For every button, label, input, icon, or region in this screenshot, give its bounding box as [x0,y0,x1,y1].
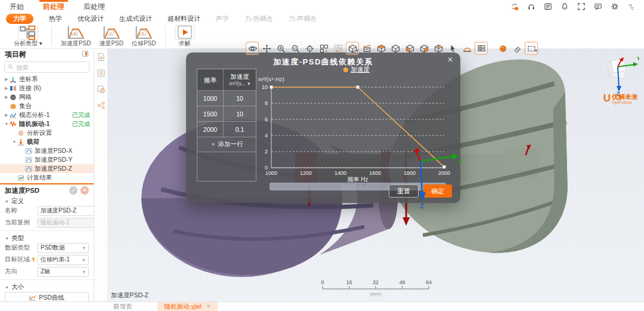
viewports-alt-icon[interactable] [332,42,345,55]
discard-button[interactable]: ✕ [80,186,89,195]
tree-item-加速度PSD-Y[interactable]: 加速度PSD-Y [0,155,94,164]
expand-arrow-icon[interactable]: ▶ [4,113,10,118]
tree-item-加速度PSD-Z[interactable]: 加速度PSD-Z [0,164,94,173]
target-region-select[interactable]: 位移约束-1▼ [38,255,89,265]
datatype-select[interactable]: PSD数据▼ [38,243,89,253]
app-logo: U 优解未来 OptFuture [603,93,638,105]
rect-select-icon[interactable]: ▼ [525,42,538,55]
tree-item-加速度PSD-X[interactable]: 加速度PSD-X [0,146,94,155]
tree-item-随机振动-1[interactable]: ▼随机振动-1已完成 [0,119,94,128]
category-3[interactable]: 生成式设计 [119,14,152,23]
acceleration-psd-icon: a [66,26,86,40]
server-list-icon[interactable] [543,2,552,11]
close-tab-icon[interactable]: ✕ [206,302,211,311]
direction-select[interactable]: Z轴▼ [38,267,89,277]
category-6[interactable]: 力-热耦合 [244,14,273,23]
dialog-close-icon[interactable]: ✕ [447,56,453,64]
zoom-out-icon[interactable] [289,42,302,55]
tab-welcome-page[interactable]: 前导页 [106,302,140,311]
feedback-icon[interactable] [593,2,602,11]
data-table-icon[interactable] [97,69,106,78]
search-icon [8,63,14,72]
collapse-panel-icon[interactable] [82,50,89,59]
pan-icon[interactable] [260,42,273,55]
section-plane-icon[interactable] [360,42,373,55]
column-header-acceleration[interactable]: 加速度 m²/(s... ▾ [224,69,256,91]
layers-icon[interactable] [475,42,488,55]
eraser-icon[interactable] [510,42,524,55]
tab-current-document[interactable]: 随机振动.yjwl ✕ [157,302,218,311]
category-4[interactable]: 超材料设计 [168,14,200,23]
table-row[interactable]: 150010 [197,106,256,122]
view-cube-icon[interactable]: ▼ [346,42,359,55]
name-field[interactable] [38,206,94,216]
cube-view-1-icon[interactable] [374,42,388,55]
cube-view-2-icon[interactable] [389,42,402,55]
table-row[interactable]: 20000.1 [197,122,256,137]
status-badge: 已完成 [72,120,90,128]
cube-view-3-icon[interactable] [403,42,416,55]
section-type[interactable]: ▼类型 [5,233,89,242]
cursor-icon[interactable] [446,42,459,55]
add-row-button[interactable]: ＋ 添加一行 [197,137,256,152]
navigation-cube[interactable]: Y Z [600,54,639,121]
velocity-psd-button[interactable]: v 速度PSD [95,25,128,47]
psd-curve-button[interactable]: PSD曲线 [5,292,89,301]
expand-arrow-icon[interactable]: ▼ [11,140,17,144]
orbit-icon[interactable] [246,42,259,55]
sphere-render-icon[interactable] [496,42,509,55]
expand-arrow-icon[interactable]: ▼ [4,122,10,126]
tree-item-载荷[interactable]: ▼载荷 [0,137,94,146]
tree-item-坐标系[interactable]: ▶坐标系 [0,75,94,84]
tree-item-分析设置[interactable]: 分析设置 [0,128,94,137]
chart-legend[interactable]: 加速度 [343,66,370,74]
case-label: 当前算例 [5,218,38,227]
dome-icon[interactable] [460,42,473,55]
expand-arrow-icon[interactable]: ▶ [4,86,10,91]
cube-view-5-icon[interactable] [432,42,445,55]
tree-item-计算结果[interactable]: 计算结果 [0,173,94,182]
category-7[interactable]: 力-声耦合 [289,14,317,23]
tab-preprocess[interactable]: 前处理 [33,0,74,13]
sync-icon[interactable] [510,2,519,11]
solve-button[interactable]: 求解 [171,25,199,47]
bell-icon[interactable] [560,2,569,11]
expand-arrow-icon[interactable]: ▶ [4,95,10,100]
fullscreen-icon[interactable] [577,2,586,11]
logo-subname: OptFuture [612,100,638,105]
units-icon[interactable]: °A°C [627,2,636,11]
report-doc-icon[interactable] [97,53,106,61]
section-size[interactable]: ▼大小 [5,282,89,291]
tree-item-集合[interactable]: 集合 [0,101,94,110]
section-definition[interactable]: ▼定义 [5,196,89,205]
acceleration-psd-button[interactable]: a 加速度PSD [57,25,95,47]
confirm-button[interactable]: 确定 [423,184,452,198]
category-mechanics[interactable]: 力学 [6,14,33,24]
tab-start[interactable]: 开始 [0,0,33,13]
table-row[interactable]: 100010 [197,91,256,106]
reset-button[interactable]: 重置 [389,184,419,198]
share-nodes-icon[interactable] [97,101,106,110]
category-1[interactable]: 热学 [49,14,62,23]
category-2[interactable]: 优化设计 [78,14,104,23]
history-clock-icon[interactable] [97,85,106,94]
tree-item-模态分析-1[interactable]: ▶模态分析-1已完成 [0,110,94,119]
gear-icon[interactable] [610,2,619,11]
displacement-psd-button[interactable]: x 位移PSD [128,25,160,47]
tree-item-网格[interactable]: ▶网格 [0,93,94,101]
viewports-icon[interactable] [317,42,330,55]
properties-panel: 加速度PSD ✓ ✕ ▼定义 名称 当前算例 ▼类型 数据类型 PSD数据▼ [0,183,94,301]
category-5[interactable]: 声学 [216,14,229,23]
zoom-in-icon[interactable] [274,42,287,55]
search-input[interactable] [16,64,86,71]
tree-search-box[interactable] [4,61,89,73]
tab-postprocess[interactable]: 后处理 [74,0,114,13]
tree-item-连接 (6)[interactable]: ▶连接 (6) [0,84,94,93]
cube-view-4-icon[interactable] [417,42,431,55]
apply-button[interactable]: ✓ [69,186,78,195]
expand-arrow-icon[interactable]: ▶ [4,77,10,82]
project-tree-title: 项目树 [5,50,82,60]
analysis-type-button[interactable]: 分析类型 ▾ [10,25,47,47]
headset-icon[interactable] [527,2,535,11]
zoom-fit-icon[interactable] [303,42,316,55]
